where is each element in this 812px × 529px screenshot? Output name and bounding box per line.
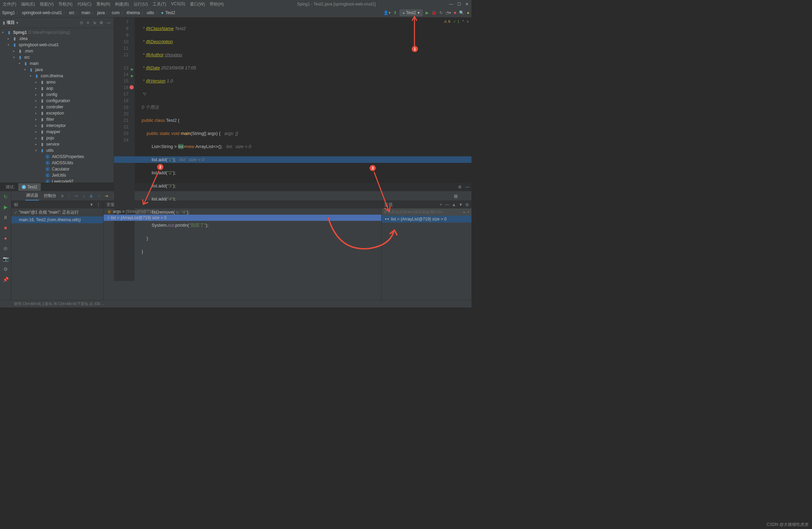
breadcrumb-item[interactable]: java	[97, 10, 105, 15]
settings-icon[interactable]: ⚙	[3, 266, 8, 272]
tree-item[interactable]: ▾▮main	[0, 60, 114, 67]
tree-item[interactable]: ▸▮pojo	[0, 135, 114, 141]
target-icon[interactable]: ⊙	[80, 20, 83, 25]
stop-button[interactable]: ■	[454, 10, 456, 15]
tree-item[interactable]: ▸▮aop	[0, 85, 114, 91]
chevron-down-icon[interactable]: v	[467, 19, 469, 24]
menu-item[interactable]: VCS(S)	[171, 1, 185, 7]
warning-icon[interactable]: ⚠ 6	[444, 19, 450, 24]
menu-item[interactable]: 代码(C)	[77, 1, 92, 7]
tree-item[interactable]: CCaculator	[0, 166, 114, 172]
stop-icon[interactable]: ■	[4, 225, 7, 231]
debug-sidebar[interactable]: ↻ ▶ ⏸ ■ ● ⊘ 📷 ⚙ 📌	[0, 191, 11, 300]
breadcrumb-item[interactable]: main	[81, 10, 90, 15]
menu-item[interactable]: 窗口(W)	[190, 1, 205, 7]
variables-panel[interactable]: 变量 p args = {String[0]@718} [] ≡ list = …	[104, 201, 382, 300]
tree-item[interactable]: ▾▮utils	[0, 147, 114, 154]
chevron-up-icon[interactable]: ^	[462, 19, 464, 24]
close-icon[interactable]: ✕	[465, 2, 469, 7]
tree-item[interactable]: CAliOSSProperties	[0, 154, 114, 160]
resume-icon[interactable]: ▶	[4, 204, 8, 210]
coverage-icon[interactable]: ↻	[439, 10, 443, 15]
mute-bp-icon[interactable]: ⊘	[3, 246, 8, 251]
frames-panel[interactable]: 帧 ▼ ⋮ ✓ "main"@1 在组 "main": 正在运行 main:16…	[11, 201, 104, 300]
step-into-icon[interactable]: ↓	[83, 194, 85, 198]
debugger-subtab[interactable]: 调试器	[25, 191, 39, 200]
step-out-icon[interactable]: ↑	[98, 194, 100, 198]
tree-item[interactable]: ▾▮java	[0, 67, 114, 73]
more-icon[interactable]: ⋮	[96, 202, 101, 207]
tree-item[interactable]: ▾▮src	[0, 54, 114, 60]
run-config-selector[interactable]: ● Test2 ▾	[400, 9, 423, 16]
window-controls[interactable]: — ☐ ✕	[449, 2, 469, 7]
tree-item[interactable]: ▸▮mapper	[0, 129, 114, 135]
usages-hint[interactable]: 0 个用法	[142, 105, 159, 110]
menu-item[interactable]: 运行(U)	[134, 1, 148, 7]
tree-item[interactable]: ▾▮com.itheima	[0, 73, 114, 79]
tree-item[interactable]: ▸▮service	[0, 141, 114, 147]
breadcrumb-item[interactable]: src	[69, 10, 74, 15]
user-icon[interactable]: 👤▾	[383, 10, 391, 15]
menu-item[interactable]: 构建(B)	[115, 1, 129, 7]
thread-row[interactable]: ✓ "main"@1 在组 "main": 正在运行	[11, 208, 103, 216]
breadcrumb[interactable]: Sping1〉springboot-web-crud1〉src〉main〉jav…	[2, 10, 175, 16]
menu-item[interactable]: 工具(T)	[153, 1, 166, 7]
breadcrumb-item[interactable]: Sping1	[2, 10, 15, 15]
chevron-down-icon[interactable]: ▾	[16, 20, 18, 25]
tree-item[interactable]: ▸▮controller	[0, 104, 114, 110]
tree-item[interactable]: CLeetcode97	[0, 178, 114, 183]
tree-item[interactable]: ▸▮config	[0, 91, 114, 98]
camera-icon[interactable]: 📷	[3, 256, 9, 262]
tree-item[interactable]: ▸▮configuration	[0, 98, 114, 104]
tree-item[interactable]: CJwtUtils	[0, 172, 114, 178]
expand-icon[interactable]: ⇲	[93, 20, 96, 25]
debug-session-tab[interactable]: C Test2	[18, 183, 41, 191]
search-icon[interactable]: 🔍	[459, 10, 464, 15]
tree-item[interactable]: ▸▮filter	[0, 116, 114, 123]
step-over-icon[interactable]: ⤻	[74, 194, 78, 198]
breadcrumb-item[interactable]: Test2	[165, 10, 175, 15]
run-button[interactable]: ▶	[426, 10, 429, 15]
breadcrumb-item[interactable]: itheima	[126, 10, 140, 15]
main-menu[interactable]: 文件(F)编辑(E)视图(V)导航(N)代码(C)重构(R)构建(B)运行(U)…	[3, 1, 224, 7]
gear-icon[interactable]: ⚙	[99, 20, 103, 25]
project-tree[interactable]: ▾▮Sping1 D:\IdeaProjects\Sping1▸▮.idea▾▮…	[0, 28, 114, 183]
debug-button[interactable]: 🐞	[431, 10, 437, 15]
tree-item[interactable]: ▸▮.idea	[0, 36, 114, 42]
menu-item[interactable]: 视图(V)	[40, 1, 54, 7]
tree-item[interactable]: ▾▮springboot-web-crud1	[0, 42, 114, 48]
tree-item[interactable]: ▸▮exception	[0, 110, 114, 116]
hide-icon[interactable]: —	[107, 20, 111, 25]
filter-icon[interactable]: ▼	[89, 202, 94, 207]
tree-item[interactable]: CAliOSSUtils	[0, 160, 114, 166]
pin-icon[interactable]: 📌	[3, 277, 9, 282]
menu-item[interactable]: 文件(F)	[3, 1, 16, 7]
breadcrumb-item[interactable]: utils	[147, 10, 154, 15]
rerun-icon[interactable]: ↻	[3, 194, 8, 199]
breadcrumb-item[interactable]: springboot-web-crud1	[22, 10, 62, 15]
tree-item[interactable]: ▸▮.mvn	[0, 48, 114, 54]
tree-item[interactable]: ▸▮anno	[0, 79, 114, 85]
variable-row[interactable]: p args = {String[0]@718} []	[104, 208, 381, 215]
breadcrumb-item[interactable]: com	[112, 10, 120, 15]
breakpoints-icon[interactable]: ●	[4, 235, 7, 241]
check-icon[interactable]: ✓ 1	[453, 19, 459, 24]
console-subtab[interactable]: 控制台	[44, 193, 56, 199]
menu-item[interactable]: 帮助(H)	[210, 1, 224, 7]
menu-item[interactable]: 编辑(E)	[21, 1, 35, 7]
stack-frame-row[interactable]: main:16, Test2 (com.itheima.utils)	[11, 216, 103, 223]
profile-icon[interactable]: ◔▾	[446, 10, 451, 15]
build-icon[interactable]: ⬆	[393, 10, 397, 15]
maximize-icon[interactable]: ☐	[457, 2, 461, 7]
tree-root[interactable]: ▾▮Sping1 D:\IdeaProjects\Sping1	[0, 29, 114, 36]
inspections-widget[interactable]: ⚠ 6 ✓ 1 ^ v	[444, 19, 469, 24]
threads-icon[interactable]: ≡	[61, 194, 64, 198]
pause-icon[interactable]: ⏸	[3, 215, 8, 220]
tree-item[interactable]: ▸▮interceptor	[0, 123, 114, 129]
run-to-cursor-icon[interactable]: ⇥	[105, 194, 108, 198]
menu-item[interactable]: 导航(N)	[58, 1, 73, 7]
force-step-icon[interactable]: ⇊	[89, 194, 93, 198]
avatar-icon[interactable]: ●	[467, 10, 469, 15]
collapse-icon[interactable]: ≡	[87, 20, 89, 25]
variable-row[interactable]: ≡ list = {ArrayList@719} size = 0	[104, 215, 381, 221]
